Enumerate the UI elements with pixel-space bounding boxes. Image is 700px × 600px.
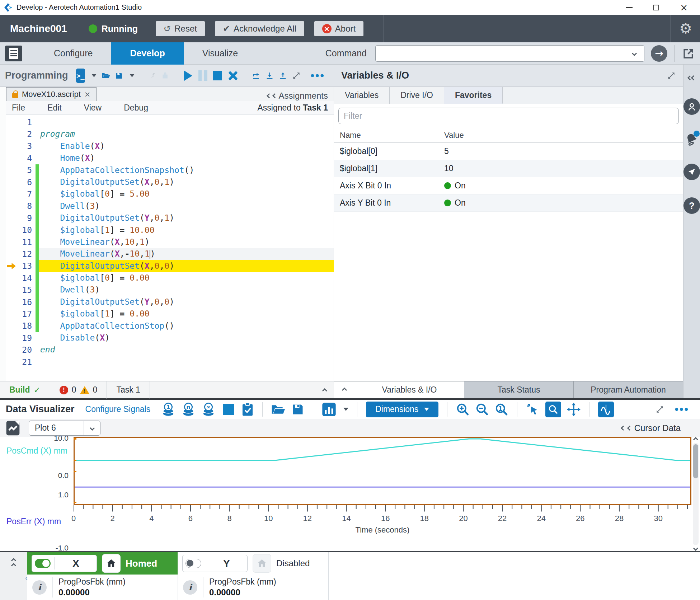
collection-tasks-icon[interactable] <box>241 403 254 416</box>
terminate-button[interactable] <box>227 69 238 83</box>
tab-drive-i-o[interactable]: Drive I/O <box>390 87 444 104</box>
code-line[interactable]: 10 $iglobal[1] = 10.00 <box>6 224 334 236</box>
axis-enable-toggle[interactable] <box>185 559 201 568</box>
pan-tool-icon[interactable] <box>567 403 581 416</box>
stop-collection-button[interactable] <box>221 402 236 417</box>
collapsed-panel-strip[interactable] <box>0 87 6 381</box>
save-dropdown-icon[interactable] <box>130 74 135 77</box>
plot-page-icon[interactable] <box>5 420 21 436</box>
collect-continuous-icon[interactable]: ∞ <box>201 402 216 417</box>
column-value[interactable]: Value <box>439 128 683 143</box>
maximize-button[interactable] <box>653 5 659 10</box>
abort-button[interactable]: × Abort <box>314 21 363 36</box>
more-options-icon[interactable]: ••• <box>310 70 325 82</box>
code-line[interactable]: 13 DigitalOutputSet(X,0,0) <box>6 260 334 272</box>
code-line[interactable]: 20end <box>6 344 334 356</box>
open-new-window-icon[interactable] <box>682 47 695 60</box>
table-row[interactable]: $iglobal[0]5 <box>334 143 683 160</box>
chart-scrollbar[interactable] <box>691 437 700 551</box>
collect-n-icon[interactable]: n <box>181 402 196 417</box>
step-into-icon[interactable] <box>266 70 274 81</box>
stop-button[interactable] <box>213 69 222 83</box>
axis-enable-toggle[interactable] <box>35 559 51 568</box>
code-line[interactable]: 21 <box>6 356 334 368</box>
code-line[interactable]: 19 Disable(X) <box>6 332 334 344</box>
expand-panel-icon[interactable] <box>292 71 301 80</box>
step-over-icon[interactable] <box>252 70 260 81</box>
code-line[interactable]: 7 $iglobal[0] = 5.00 <box>6 188 334 200</box>
code-line[interactable]: 12 MoveLinear(X,-10,1) <box>6 248 334 260</box>
bottom-tab-program-automation[interactable]: Program Automation <box>574 381 683 398</box>
notifications-bell-icon[interactable] <box>685 132 699 146</box>
close-button[interactable]: × <box>680 5 688 10</box>
filter-input[interactable] <box>338 108 679 124</box>
code-line[interactable]: 5 AppDataCollectionSnapshot() <box>6 164 334 176</box>
info-icon[interactable]: i <box>32 580 47 595</box>
table-row[interactable]: $iglobal[1]10 <box>334 160 683 177</box>
code-line[interactable]: 15 Dwell(3) <box>6 284 334 296</box>
tab-close-icon[interactable]: × <box>84 90 91 99</box>
code-editor[interactable]: 12program3 Enable(X)4 Home(X)5 AppDataCo… <box>6 115 334 381</box>
signal-trace-tool-active[interactable] <box>598 402 614 417</box>
configure-signals-link[interactable]: Configure Signals <box>85 404 151 414</box>
cursor-data-toggle[interactable]: Cursor Data <box>621 423 695 433</box>
zoom-reset-icon[interactable]: 1 <box>495 403 508 416</box>
info-icon[interactable]: i <box>183 580 197 595</box>
menu-debug[interactable]: Debug <box>124 103 148 112</box>
code-line[interactable]: 8 Dwell(3) <box>6 200 334 212</box>
help-icon[interactable]: ? <box>683 197 700 214</box>
menu-file[interactable]: File <box>12 103 25 112</box>
plot-box[interactable] <box>74 437 691 505</box>
smart-cursor-icon[interactable] <box>526 403 540 416</box>
code-line[interactable]: 14 $iglobal[0] = 0.00 <box>6 272 334 284</box>
scrollbar-thumb[interactable] <box>693 444 698 478</box>
chart-type-dropdown-icon[interactable] <box>343 408 348 411</box>
column-name[interactable]: Name <box>334 131 439 140</box>
file-tab[interactable]: MoveX10.ascript × <box>6 87 97 101</box>
code-line[interactable]: 18 AppDataCollectionStop() <box>6 320 334 332</box>
error-warning-counts[interactable]: ! 0 0 <box>50 381 107 399</box>
save-icon[interactable] <box>115 70 123 81</box>
home-button[interactable] <box>102 554 121 573</box>
code-line[interactable]: 6 DigitalOutputSet(X,0,1) <box>6 176 334 188</box>
menu-view[interactable]: View <box>84 103 102 112</box>
reset-button[interactable]: ↺ Reset <box>156 21 205 36</box>
open-file-icon[interactable] <box>102 70 110 81</box>
step-out-icon[interactable] <box>279 70 287 81</box>
axis-toggle-pill[interactable]: X <box>32 555 97 572</box>
code-line[interactable]: 2program <box>6 128 334 140</box>
table-row[interactable]: Axis Y Bit 0 InOn <box>334 194 683 212</box>
tab-develop[interactable]: Develop <box>111 42 183 65</box>
code-line[interactable]: 1 <box>6 116 334 128</box>
panel-handle-icon[interactable]: ‹ <box>25 574 28 582</box>
collapse-panel-icon[interactable] <box>334 381 355 398</box>
command-input[interactable] <box>376 46 624 61</box>
collapse-rail-icon[interactable] <box>688 75 695 81</box>
assignments-toggle[interactable]: Assignments <box>267 91 334 101</box>
zoom-tool-active[interactable] <box>545 402 561 417</box>
code-line[interactable]: 11 MoveLinear(X,10,1) <box>6 236 334 248</box>
home-button[interactable] <box>253 554 271 573</box>
chart-canvas[interactable] <box>75 438 690 504</box>
navigate-icon[interactable] <box>683 164 700 180</box>
menu-edit[interactable]: Edit <box>47 103 62 112</box>
plot-selector[interactable]: Plot 6 <box>29 421 100 436</box>
new-script-dropdown-icon[interactable] <box>91 74 97 77</box>
axis-dashboard-collapse[interactable]: ‹ <box>0 552 27 600</box>
code-line[interactable]: 9 DigitalOutputSet(Y,0,1) <box>6 212 334 224</box>
table-row[interactable]: Axis X Bit 0 InOn <box>334 177 683 194</box>
collapse-editor-icon[interactable] <box>323 385 334 395</box>
tab-favorites[interactable]: Favorites <box>444 87 503 104</box>
tab-configure[interactable]: Configure <box>35 42 111 65</box>
minimize-button[interactable] <box>626 7 633 8</box>
bottom-tab-variables-i-o[interactable]: Variables & I/O <box>355 381 464 398</box>
scroll-down-icon[interactable] <box>693 546 698 551</box>
zoom-out-icon[interactable] <box>475 403 489 416</box>
scroll-up-icon[interactable] <box>693 437 698 442</box>
expand-panel-icon[interactable] <box>667 71 676 80</box>
tab-variables[interactable]: Variables <box>334 87 390 104</box>
user-account-icon[interactable] <box>683 98 700 115</box>
axis-toggle-pill[interactable]: Y <box>182 555 248 572</box>
menu-hamburger-button[interactable] <box>5 46 22 61</box>
chart-type-icon[interactable] <box>322 402 336 417</box>
